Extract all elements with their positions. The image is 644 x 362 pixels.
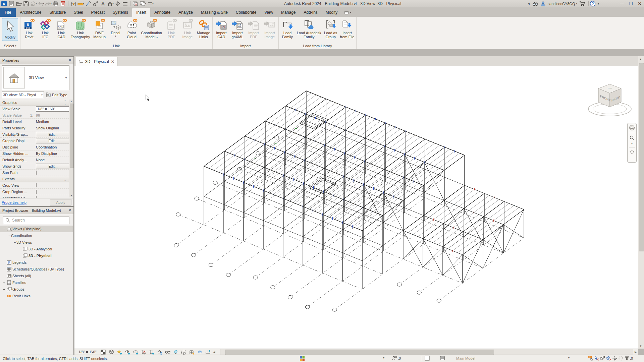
default-3d-view-icon[interactable]: ▾	[107, 1, 114, 7]
reveal-hidden-icon[interactable]	[172, 349, 180, 355]
import-gbxml-button[interactable]: GBXMLImportgbXML	[229, 17, 246, 39]
select-underlay-icon[interactable]	[594, 356, 600, 361]
select-panel-label[interactable]: Select▾	[1, 43, 19, 49]
close-hidden-windows-icon[interactable]	[132, 1, 139, 7]
active-design-option[interactable]: Main Model	[456, 356, 567, 360]
detail-level-icon[interactable]	[99, 349, 107, 355]
ribbon-tab-structure[interactable]: Structure	[45, 8, 70, 17]
decal-button[interactable]: Decal▾	[108, 17, 124, 37]
design-option-caret[interactable]: ▾	[568, 356, 570, 359]
point-cloud-button[interactable]: PointCloud	[124, 17, 140, 39]
insert-from-file-button[interactable]: Insertfrom File	[339, 17, 356, 39]
search-input[interactable]	[11, 218, 69, 223]
tree-item-3d-physical[interactable]: 3D - Physical	[0, 252, 73, 259]
ribbon-tab-precast[interactable]: Precast	[87, 8, 109, 17]
viewcube[interactable]: TOP FRONT RIGHT	[580, 78, 637, 122]
property-row-discipline[interactable]: DisciplineCoordination	[0, 144, 69, 150]
type-selector-caret[interactable]: ▼	[65, 76, 67, 79]
print-icon[interactable]	[52, 1, 59, 7]
properties-help-link[interactable]: Properties help	[2, 200, 26, 204]
property-row-visibility-grap-[interactable]: Visibility/Grap...Edit...	[0, 131, 69, 138]
tree-item-groups[interactable]: +Groups	[0, 286, 73, 293]
scroll-left-icon[interactable]: ◀	[212, 349, 217, 355]
render-icon[interactable]	[131, 349, 140, 355]
ribbon-tab-collaborate[interactable]: Collaborate	[232, 8, 260, 17]
minimize-button[interactable]: —	[618, 0, 627, 7]
load-as-group-button[interactable]: Load asGroup	[323, 17, 339, 39]
property-row-default-analy-[interactable]: Default Analy...None	[0, 157, 69, 163]
link-panel-label[interactable]: Link	[21, 43, 212, 49]
help-icon[interactable]: ?	[590, 1, 596, 7]
property-row-sun-path[interactable]: Sun Path	[0, 170, 69, 176]
select-by-face-icon[interactable]	[606, 356, 612, 361]
restore-button[interactable]: ❐	[627, 0, 635, 7]
redo-icon[interactable]: ▾	[45, 1, 52, 7]
tree-item-revit-links[interactable]: Revit Links	[0, 293, 73, 299]
browser-search[interactable]	[3, 216, 69, 224]
load-from-library-panel-label[interactable]: Load from Library	[279, 43, 356, 49]
property-row-graphic-displ-[interactable]: Graphic Displ...Edit...	[0, 138, 69, 144]
property-row-annotation-cr-[interactable]: Annotation Cr...	[0, 195, 69, 198]
customize-qat-icon[interactable]: ▾	[147, 1, 154, 7]
reset-select-icon[interactable]	[618, 356, 624, 361]
selection-filter-icon[interactable]	[624, 356, 630, 361]
ribbon-tab-analyze[interactable]: Analyze	[174, 8, 197, 17]
undo-icon[interactable]: ▾	[38, 1, 44, 7]
revit-logo-icon[interactable]: R	[1, 1, 7, 7]
ribbon-tab-architecture[interactable]: Architecture	[16, 8, 45, 17]
vertical-scrollbar[interactable]: ▲ ▼	[638, 56, 644, 349]
ribbon-tab-file[interactable]: File	[0, 8, 16, 17]
sync-with-central-icon[interactable]: ▾	[30, 1, 37, 7]
temporary-hide-isolate-icon[interactable]	[164, 349, 172, 355]
link-revit-button[interactable]: RRVTLinkRevit	[21, 17, 37, 39]
ribbon-tab-add-ins[interactable]: Add-Ins	[300, 8, 321, 17]
tree-expander[interactable]: −	[8, 234, 11, 238]
link-cad-button[interactable]: CADLinkCAD	[53, 17, 69, 39]
close-inactive-icon[interactable]	[60, 1, 66, 7]
3d-viewport[interactable]: TOP FRONT RIGHT ▾	[74, 66, 638, 349]
store-cart-icon[interactable]	[579, 1, 585, 6]
tree-item-coordination[interactable]: −Coordination	[0, 232, 73, 239]
dwf-markup-button[interactable]: DWFMarkup	[92, 17, 108, 39]
save-icon[interactable]	[23, 1, 30, 7]
ribbon-tab-systems[interactable]: Systems	[109, 8, 132, 17]
tag-by-category-icon[interactable]	[92, 1, 99, 7]
tree-item-legends[interactable]: Legends	[0, 259, 73, 266]
search-help-icon[interactable]	[532, 1, 538, 6]
help-caret[interactable]: ▾	[598, 2, 599, 5]
shadows-icon[interactable]	[123, 349, 131, 355]
design-options-dialog-icon[interactable]	[440, 356, 446, 361]
property-row-parts-visibility[interactable]: Parts VisibilityShow Original	[0, 125, 69, 131]
property-row-crop-view[interactable]: Crop View	[0, 182, 69, 189]
file-properties-icon[interactable]	[8, 1, 15, 7]
import-panel-label[interactable]: Import	[213, 43, 278, 49]
property-row-scale-value[interactable]: Scale Value1:96	[0, 112, 69, 119]
scroll-right-icon[interactable]: ▶	[633, 349, 638, 355]
thin-lines-icon[interactable]	[122, 1, 128, 7]
tree-item-schedules-quantities-by-type-[interactable]: Schedules/Quantities (By Type)	[0, 266, 73, 273]
project-browser-close-icon[interactable]: ✕	[68, 208, 71, 213]
select-links-icon[interactable]	[588, 356, 594, 361]
section-icon[interactable]	[114, 1, 121, 7]
crop-view-icon[interactable]	[140, 349, 148, 355]
navigation-bar[interactable]: ▾	[627, 123, 637, 163]
drag-on-selection-icon[interactable]	[612, 356, 618, 361]
load-autodesk-family-button[interactable]: Load AutodeskFamily	[296, 17, 323, 39]
tree-expander[interactable]: +	[2, 288, 6, 291]
horizontal-scrollbar[interactable]	[220, 349, 633, 355]
ribbon-tab-manage[interactable]: Manage	[277, 8, 300, 17]
sun-path-icon[interactable]	[115, 349, 123, 355]
tree-item-families[interactable]: +Families	[0, 279, 73, 286]
property-row-crop-region-[interactable]: Crop Region ...	[0, 189, 69, 195]
view-selector-combo[interactable]: 3D View: 3D - Physica ▾	[2, 92, 44, 98]
view-tab-close-icon[interactable]: ✕	[111, 59, 114, 64]
load-family-button[interactable]: LoadFamily	[279, 17, 296, 39]
link-topography-button[interactable]: LinkTopography	[69, 17, 92, 39]
property-row-show-grids[interactable]: Show GridsEdit...	[0, 163, 69, 170]
open-file-icon[interactable]	[15, 1, 22, 7]
tree-item-sheets-all-[interactable]: Sheets (all)	[0, 273, 73, 279]
signed-in-user[interactable]: candicecCY8GQ▾	[548, 2, 577, 6]
ribbon-tab-steel[interactable]: Steel	[70, 8, 87, 17]
tree-expander[interactable]: −	[2, 227, 6, 231]
tree-item-3d-views[interactable]: −3D Views	[0, 239, 73, 246]
